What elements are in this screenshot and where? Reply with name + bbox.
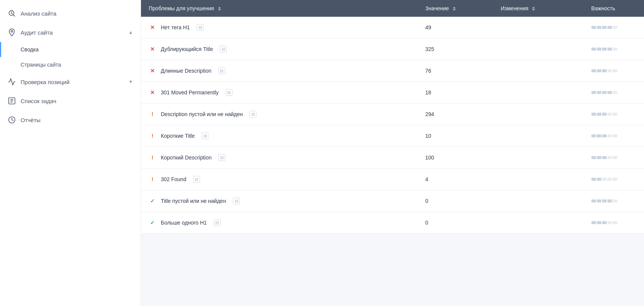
value-cell-1: 325 <box>418 38 493 60</box>
importance-cell-2 <box>584 60 644 82</box>
info-icon[interactable]: ⊟ <box>214 219 221 226</box>
sort-icon-value <box>453 7 456 11</box>
info-icon[interactable]: ⊟ <box>202 132 208 139</box>
table-row: ! Короткие Title ⊟ 10 <box>141 125 644 147</box>
status-icon-error: ✕ <box>149 24 156 31</box>
info-icon[interactable]: ⊟ <box>233 198 240 204</box>
sidebar-item-label: Анализ сайта <box>21 10 56 17</box>
changes-cell-5 <box>493 125 584 147</box>
problem-cell-5: ! Короткие Title ⊟ <box>141 125 418 147</box>
problem-label: Description пустой или не найден <box>161 111 243 117</box>
problem-cell-0: ✕ Нет тега H1 ⊟ <box>141 17 418 38</box>
svg-line-1 <box>13 15 15 16</box>
problem-label: Title пустой или не найден <box>161 198 226 204</box>
svg-point-2 <box>11 30 13 32</box>
importance-cell-6 <box>584 147 644 169</box>
changes-cell-8 <box>493 190 584 212</box>
sidebar-sub-item-label: Сводка <box>21 46 38 53</box>
changes-cell-1 <box>493 38 584 60</box>
importance-cell-1 <box>584 38 644 60</box>
status-icon-ok: ✓ <box>149 219 156 226</box>
info-icon[interactable]: ⊟ <box>218 67 225 74</box>
table-row: ✕ 301 Moved Permanently ⊟ 18 <box>141 82 644 104</box>
info-icon[interactable]: ⊟ <box>197 24 203 31</box>
status-icon-error: ✕ <box>149 67 156 75</box>
audit-icon <box>8 28 16 37</box>
value-cell-0: 49 <box>418 17 493 38</box>
value-cell-8: 0 <box>418 190 493 212</box>
main-content: Проблемы для улучшения Значение <box>141 0 644 306</box>
changes-cell-4 <box>493 104 584 125</box>
table-row: ! Короткий Description ⊟ 100 <box>141 147 644 169</box>
value-cell-6: 100 <box>418 147 493 169</box>
problems-table: Проблемы для улучшения Значение <box>141 0 644 234</box>
table-row: ✕ Дублирующийся Title ⊟ 325 <box>141 38 644 60</box>
sidebar-item-position-check[interactable]: Проверка позиций ▼ <box>0 72 141 91</box>
changes-cell-6 <box>493 147 584 169</box>
value-cell-5: 10 <box>418 125 493 147</box>
table-row: ! 302 Found ⊟ 4 <box>141 169 644 190</box>
info-icon[interactable]: ⊟ <box>218 154 225 161</box>
sidebar-item-reports[interactable]: Отчёты <box>0 110 141 129</box>
sidebar-item-label: Отчёты <box>21 117 40 123</box>
sidebar: Анализ сайта Аудит сайта ▲ Сводка Страни… <box>0 0 141 306</box>
table-row: ! Description пустой или не найден ⊟ 294 <box>141 104 644 125</box>
problem-cell-1: ✕ Дублирующийся Title ⊟ <box>141 38 418 60</box>
status-icon-warning: ! <box>149 110 156 118</box>
problem-cell-4: ! Description пустой или не найден ⊟ <box>141 104 418 125</box>
value-cell-7: 4 <box>418 169 493 190</box>
changes-cell-2 <box>493 60 584 82</box>
status-icon-error: ✕ <box>149 89 156 96</box>
importance-cell-7 <box>584 169 644 190</box>
chevron-down-icon: ▼ <box>128 79 133 84</box>
problem-label: Больше одного H1 <box>161 220 207 226</box>
sidebar-item-label: Проверка позиций <box>21 79 69 85</box>
chevron-up-icon: ▲ <box>128 30 133 35</box>
sidebar-item-site-analysis[interactable]: Анализ сайта <box>0 4 141 23</box>
info-icon[interactable]: ⊟ <box>193 176 200 183</box>
col-header-importance: Важность <box>584 0 644 17</box>
table-row: ✓ Title пустой или не найден ⊟ 0 <box>141 190 644 212</box>
sidebar-sub-item-summary[interactable]: Сводка <box>0 42 141 57</box>
problem-cell-2: ✕ Длинные Description ⊟ <box>141 60 418 82</box>
info-icon[interactable]: ⊟ <box>250 111 256 118</box>
sidebar-sub-item-site-pages[interactable]: Страницы сайта <box>0 57 141 72</box>
problem-cell-3: ✕ 301 Moved Permanently ⊟ <box>141 82 418 104</box>
problem-label: 301 Moved Permanently <box>161 89 219 96</box>
sidebar-sub-item-label: Страницы сайта <box>21 62 61 68</box>
problem-label: Нет тега H1 <box>161 24 190 30</box>
value-cell-3: 18 <box>418 82 493 104</box>
table-row: ✕ Длинные Description ⊟ 76 <box>141 60 644 82</box>
col-header-problems[interactable]: Проблемы для улучшения <box>141 0 418 17</box>
problem-cell-7: ! 302 Found ⊟ <box>141 169 418 190</box>
changes-cell-9 <box>493 212 584 234</box>
col-header-value[interactable]: Значение <box>418 0 493 17</box>
sidebar-item-task-list[interactable]: Список задач <box>0 91 141 110</box>
status-icon-warning: ! <box>149 132 156 140</box>
problem-label: Дублирующийся Title <box>161 46 213 52</box>
info-icon[interactable]: ⊟ <box>220 46 227 53</box>
changes-cell-7 <box>493 169 584 190</box>
value-cell-9: 0 <box>418 212 493 234</box>
sidebar-item-label: Аудит сайта <box>21 29 53 36</box>
changes-cell-3 <box>493 82 584 104</box>
chart-icon <box>8 9 16 18</box>
problem-cell-8: ✓ Title пустой или не найден ⊟ <box>141 190 418 212</box>
value-cell-2: 76 <box>418 60 493 82</box>
importance-cell-3 <box>584 82 644 104</box>
changes-cell-0 <box>493 17 584 38</box>
reports-icon <box>8 116 16 124</box>
position-icon <box>8 78 16 86</box>
problem-label: Длинные Description <box>161 68 211 74</box>
table-row: ✕ Нет тега H1 ⊟ 49 <box>141 17 644 38</box>
sort-icon-problems <box>218 7 221 11</box>
tasks-icon <box>8 97 16 105</box>
sidebar-item-site-audit[interactable]: Аудит сайта ▲ <box>0 23 141 42</box>
importance-cell-0 <box>584 17 644 38</box>
importance-cell-9 <box>584 212 644 234</box>
value-cell-4: 294 <box>418 104 493 125</box>
col-header-changes[interactable]: Изменения <box>493 0 584 17</box>
sidebar-item-label: Список задач <box>21 98 56 104</box>
problem-label: Короткие Title <box>161 133 195 139</box>
info-icon[interactable]: ⊟ <box>226 89 232 96</box>
